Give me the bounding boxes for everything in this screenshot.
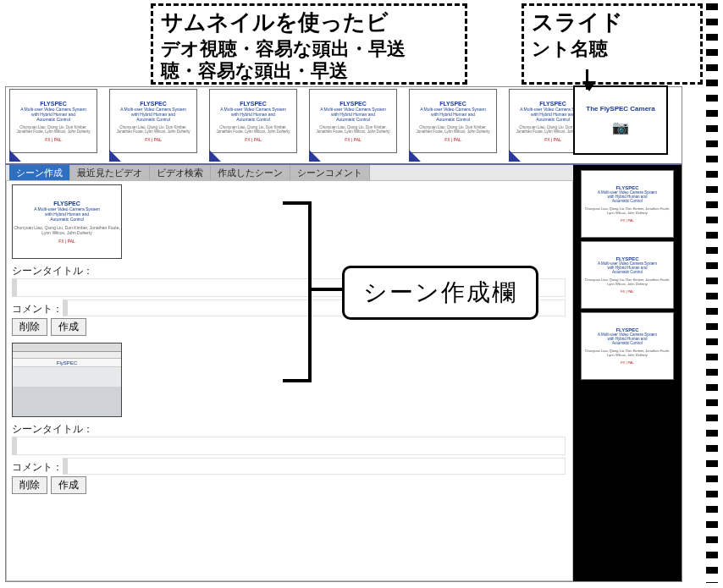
- tab-recent-video[interactable]: 最近見たビデオ: [70, 165, 150, 180]
- thumbnail-item[interactable]: FLYSPEC A Multi-user Video Camera System…: [409, 89, 499, 162]
- main-columns: シーン作成 最近見たビデオ ビデオ検索 作成したシーン シーンコメント FLYS…: [6, 165, 682, 581]
- create-button[interactable]: 作成: [51, 476, 86, 494]
- progress-marker-icon: [309, 150, 321, 162]
- thumb-meta: Chunyuan Liao, Qiong Liu, Don Kimber, Jo…: [12, 125, 95, 134]
- annotation-text-line1: サムネイルを使ったビ: [161, 8, 389, 36]
- thumbnail-item[interactable]: FLYSPEC A Multi-user Video Camera System…: [209, 89, 299, 162]
- comment-label: コメント：: [12, 302, 63, 316]
- slide-list-column: FLYSPEC A Multi-user Video Camera System…: [573, 165, 682, 581]
- thumbnail-item[interactable]: FLYSPEC A Multi-user Video Camera System…: [309, 89, 399, 162]
- progress-marker-icon: [409, 150, 421, 162]
- annotation-text-right2: ント名聴: [532, 37, 608, 61]
- delete-button[interactable]: 削除: [12, 476, 47, 494]
- scene-title-label: シーンタイトル：: [12, 422, 566, 437]
- slide-list-item[interactable]: FLYSPEC A Multi-user Video Camera System…: [581, 241, 674, 309]
- slide-list-item[interactable]: FLYSPEC A Multi-user Video Camera System…: [581, 170, 674, 238]
- annotation-text-right1: スライド: [532, 8, 623, 36]
- annotation-callout-label: シーン作成欄: [342, 266, 538, 320]
- annotation-bracket: [283, 201, 312, 382]
- comment-input[interactable]: [63, 458, 566, 475]
- thumb-logo: FX | PAL: [45, 137, 62, 142]
- progress-marker-icon: [109, 150, 121, 162]
- annotation-right-dashes: [706, 3, 718, 583]
- slide-list-item[interactable]: FLYSPEC A Multi-user Video Camera System…: [581, 312, 674, 380]
- tab-created-scene[interactable]: 作成したシーン: [211, 165, 290, 180]
- tab-video-search[interactable]: ビデオ検索: [150, 165, 211, 180]
- progress-marker-icon: [9, 150, 21, 162]
- delete-button[interactable]: 削除: [12, 318, 47, 336]
- thumbnail-item[interactable]: FLYSPEC A Multi-user Video Camera System…: [109, 89, 199, 162]
- scene-title-input[interactable]: [12, 437, 566, 455]
- tab-scene-create[interactable]: シーン作成: [9, 165, 70, 180]
- thumbnail-item[interactable]: FLYSPEC A Multi-user Video Camera System…: [9, 89, 99, 162]
- app-window: FLYSPEC A Multi-user Video Camera System…: [5, 86, 682, 582]
- progress-marker-icon: [209, 150, 221, 162]
- annotation-text-line2a: デオ視聴・容易な頭出・早送: [161, 37, 406, 61]
- create-button[interactable]: 作成: [51, 318, 86, 336]
- camera-icon: 📷: [612, 119, 629, 135]
- scene-thumbnail[interactable]: FLYSPEC A Multi-user Video Camera System…: [12, 184, 122, 259]
- selected-thumb-title: The FlySPEC Camera: [586, 105, 654, 113]
- thumb-sub3: Automatic Control: [36, 117, 70, 122]
- scene-thumbnail[interactable]: FlySPEC: [12, 343, 122, 417]
- comment-label: コメント：: [12, 460, 63, 475]
- annotation-leader-line: [312, 288, 342, 291]
- thumbnail-item-selected[interactable]: The FlySPEC Camera 📷: [573, 85, 683, 163]
- room-brand: FlySPEC: [13, 359, 121, 367]
- progress-marker-icon: [509, 150, 521, 162]
- tab-bar: シーン作成 最近見たビデオ ビデオ検索 作成したシーン シーンコメント: [6, 165, 573, 180]
- thumb-title: FLYSPEC: [40, 101, 67, 107]
- annotation-text-line2b: 聴・容易な頭出・早送: [161, 59, 348, 83]
- annotation-arrow-down: [586, 69, 588, 90]
- tab-scene-comment[interactable]: シーンコメント: [290, 165, 370, 180]
